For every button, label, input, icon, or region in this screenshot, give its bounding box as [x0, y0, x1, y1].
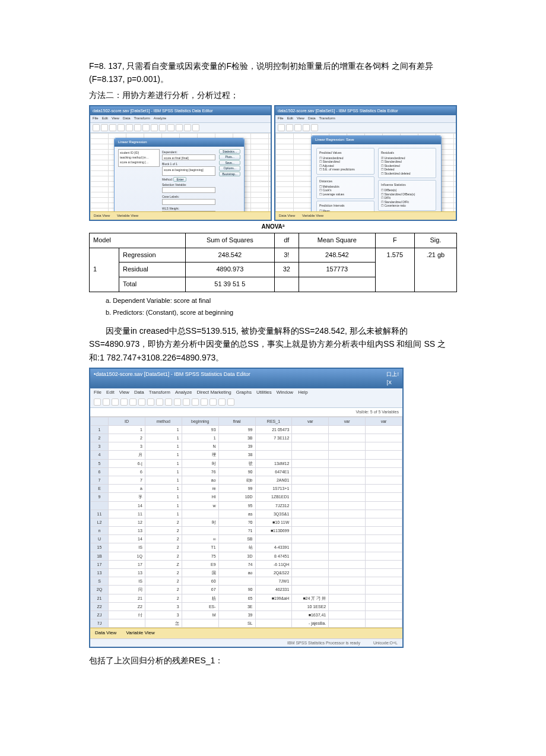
table-row[interactable]: 22113B7 3E112	[91, 434, 402, 442]
table-row[interactable]: 66176906474E1	[91, 467, 402, 476]
selection-var-label: Selection Variable:	[162, 182, 215, 187]
tab-data-view[interactable]: Data View	[279, 214, 295, 217]
table-row[interactable]: U142∞SB	[91, 535, 402, 543]
options-button[interactable]: Options...	[219, 166, 240, 171]
window-controls: 口上![X	[386, 370, 399, 387]
de-menubar: FileEditViewDataTransformAnalyzeDirect M…	[90, 388, 402, 397]
table-row[interactable]: 2Q问26790462331	[91, 586, 402, 594]
table-row[interactable]: Ea1re991S713+1	[91, 485, 402, 493]
block-label: Block 1 of 1	[162, 162, 215, 166]
th-model: Model	[90, 233, 186, 248]
de-tabs: Data View Variable View	[90, 628, 402, 638]
table-row[interactable]: 11111as3Q3S&1	[91, 510, 402, 518]
table-row[interactable]: 771ao幼b2AN01	[91, 476, 402, 484]
table-row[interactable]: SIS2607JW1	[91, 577, 402, 586]
de-titlebar: •data1502-score.sav [DataSet1] - IBM SPS…	[90, 369, 402, 388]
table-row[interactable]: ZJ纣3M39■1637,41	[91, 611, 402, 619]
table-row[interactable]: 7J怎SL- jajesBa.	[91, 619, 402, 628]
checkbox-covratio[interactable]: Covariance ratio	[381, 204, 433, 208]
footnote-b: b. Predictors: (Constant), score at begi…	[106, 308, 457, 318]
redo-icon[interactable]	[138, 398, 145, 406]
visible-vars-label: Visible: 5 of 5 Variables	[90, 408, 402, 416]
window-titlebar: data1502-score.sav [DataSet1] - IBM SPSS…	[90, 106, 271, 115]
checkbox-studdel-res[interactable]: Studentized deleted	[381, 172, 433, 176]
table-row[interactable]: n132?1■1130699	[91, 527, 402, 535]
method-select[interactable]: Enter	[173, 177, 186, 182]
table-row[interactable]: 141w957JZ312	[91, 501, 402, 510]
th-f: F	[375, 233, 414, 248]
save-icon[interactable]	[103, 398, 110, 406]
dialog-title: Linear Regression: Save	[312, 136, 441, 144]
checkbox-se-pred[interactable]: S.E. of mean predictions	[319, 167, 372, 172]
print-icon[interactable]	[112, 398, 119, 406]
table-row[interactable]: 15IS2T1站4-43391	[91, 543, 402, 552]
save-button[interactable]: Save...	[219, 160, 240, 166]
residuals-group: Residuals Unstandardized Standardized St…	[378, 148, 436, 179]
menubar: FileEditViewDataTransform	[275, 115, 456, 123]
variables-listbox[interactable]: student ID [ID] teaching method [m… scor…	[118, 149, 160, 167]
paragraph-1: F=8. 137, 只需看自变量或因素变量的F检验，说明控制初始重量后的增重在各…	[89, 59, 457, 86]
table-row[interactable]: 111939921 05473	[91, 425, 402, 434]
plots-button[interactable]: Plots...	[219, 154, 240, 160]
anova-table: Model Sum of Squares df Mean Square F Si…	[89, 233, 457, 292]
tab-variable-view[interactable]: Variable View	[126, 630, 155, 635]
tab-data-view[interactable]: Data View	[95, 630, 116, 635]
influence-group: Influence Statistics DfBeta(s) Standardi…	[378, 180, 436, 211]
table-row[interactable]: 9孚1HI10D1ZB1ED1	[91, 493, 402, 501]
toolbar	[275, 123, 456, 133]
table-row[interactable]: 56-|1时驻13dM12	[91, 459, 402, 467]
table-row[interactable]: 331N39	[91, 442, 402, 451]
th-sig: Sig.	[414, 233, 456, 248]
table-row[interactable]: Z2Z23ES-3E10 1ESE2	[91, 602, 402, 611]
undo-icon[interactable]	[129, 398, 136, 406]
table-row[interactable]: 13132国ao2Q&S22	[91, 569, 402, 577]
table-row[interactable]: L2122时?0■10 11W	[91, 518, 402, 526]
paragraph-2: 方法二：用协方差进行分析，分析过程；	[89, 88, 457, 102]
spss-window-regression: data1502-score.sav [DataSet1] - IBM SPSS…	[89, 105, 272, 221]
statistics-button[interactable]: Statistics...	[219, 149, 240, 154]
paragraph-4: 包括了上次回归分析的残差RES_1：	[89, 654, 457, 667]
data-grid[interactable]: ID method beginning final RES_1 var var …	[90, 417, 402, 628]
tab-variable-view[interactable]: Variable View	[302, 214, 323, 217]
checkbox-leverage[interactable]: Leverage values	[319, 192, 372, 197]
th-df: df	[274, 233, 299, 248]
anova-footnotes: a. Dependent Variable: score at final b.…	[106, 296, 457, 318]
view-tabs: Data View Variable View	[275, 211, 456, 220]
de-toolbar	[90, 397, 402, 408]
selection-var-field[interactable]	[162, 187, 215, 193]
window-titlebar: data1502-score.sav [DataSet1] - IBM SPSS…	[275, 106, 456, 115]
menubar: FileEditViewDataTransformAnalyze	[90, 115, 271, 123]
th-ss: Sum of Squares	[185, 233, 274, 248]
wls-label: WLS Weight:	[162, 206, 215, 211]
anova-title: ANOVAª	[89, 222, 457, 232]
th-ms: Mean Square	[299, 233, 375, 248]
table-row[interactable]: 1717ZE974-6 11QH	[91, 560, 402, 568]
de-statusbar: IBM SPSS Statistics Processor is ready U…	[90, 638, 402, 647]
view-tabs: Data View Variable View	[90, 211, 271, 220]
table-row[interactable]: 21212枋65■199&aH■24 丌 刁 卅	[91, 594, 402, 602]
linear-regression-dialog: Linear Regression student ID [ID] teachi…	[114, 138, 245, 221]
table-row[interactable]: 1B1Q2753D8 47451	[91, 552, 402, 560]
bootstrap-button[interactable]: Bootstrap...	[219, 172, 240, 177]
table-row[interactable]: 4月1理38	[91, 451, 402, 459]
spss-screenshot-pair: data1502-score.sav [DataSet1] - IBM SPSS…	[89, 105, 457, 221]
tab-variable-view[interactable]: Variable View	[117, 214, 138, 217]
tab-data-view[interactable]: Data View	[94, 214, 110, 217]
spss-window-save: data1502-score.sav [DataSet1] - IBM SPSS…	[274, 105, 457, 221]
predicted-values-group: Predicted Values Unstandardized Standard…	[316, 148, 374, 175]
spss-data-editor: •data1502-score.sav [DataSet1] - IBM SPS…	[89, 368, 404, 648]
open-icon[interactable]	[94, 398, 101, 406]
footnote-a: a. Dependent Variable: score at final	[106, 296, 457, 306]
case-labels-label: Case Labels:	[162, 194, 215, 199]
dependent-label: Dependent:	[162, 150, 215, 154]
block-field[interactable]: score at beginning [beginning]	[162, 166, 215, 176]
dialog-title: Linear Regression	[115, 138, 244, 147]
anova-row-regression: 1 Regression 248.542 3! 248.542 1.575 .2…	[90, 248, 457, 262]
method-label: Method: Enter	[162, 177, 215, 182]
distances-group: Distances Mahalanobis Cook's Leverage va…	[316, 176, 374, 200]
toolbar-icon[interactable]	[93, 124, 100, 131]
paragraph-3: 因变量in creased中总SS=5139.515, 被协变量解释的SS=24…	[89, 324, 457, 364]
grid-header-row: ID method beginning final RES_1 var var …	[91, 417, 402, 425]
dependent-field[interactable]: score at final [final]	[162, 154, 215, 160]
case-labels-field[interactable]	[162, 199, 215, 205]
